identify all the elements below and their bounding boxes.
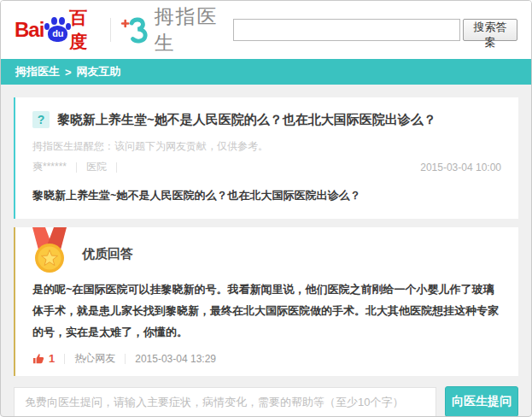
- thumb-up-icon: [32, 353, 44, 364]
- breadcrumb-home[interactable]: 拇指医生: [15, 64, 60, 79]
- answer-header: 优质回答: [32, 227, 501, 272]
- meta-divider: [116, 162, 117, 173]
- search-input[interactable]: [233, 19, 460, 41]
- meta-divider: [125, 354, 126, 364]
- question-icon: ?: [32, 111, 50, 128]
- product-logo[interactable]: 拇指医生: [120, 3, 233, 56]
- answer-meta-row: 1 热心网友 2015-03-04 13:29: [32, 351, 501, 366]
- header: Bai du 百度 拇指医生 搜索答案: [1, 1, 531, 59]
- breadcrumb-separator: >: [65, 66, 72, 79]
- breadcrumb: 拇指医生 > 网友互助: [1, 59, 531, 85]
- question-title-row: ? 黎晓新上养生堂~她不是人民医院的么？也在北大国际医院出诊么？: [32, 111, 501, 128]
- meta-divider: [64, 354, 65, 364]
- question-username: 爽******: [32, 160, 67, 174]
- answer-body: 是的呢~在国际医院可以挂黎晓新的号。我看新闻里说，他们医院之前刚给一个小婴儿作了…: [32, 279, 501, 343]
- question-card: ? 黎晓新上养生堂~她不是人民医院的么？也在北大国际医院出诊么？ 拇指医生提醒您…: [14, 97, 518, 219]
- question-timestamp: 2015-03-04 10:00: [420, 162, 501, 173]
- best-answer-label: 优质回答: [82, 246, 133, 262]
- ask-doctor-button[interactable]: 向医生提问: [445, 386, 518, 417]
- question-meta-row: 爽****** 医院 2015-03-04 10:00: [32, 160, 501, 174]
- content: ? 黎晓新上养生堂~她不是人民医院的么？也在北大国际医院出诊么？ 拇指医生提醒您…: [1, 85, 531, 417]
- baidu-paw-icon: du: [44, 17, 68, 44]
- meta-divider: [76, 162, 77, 173]
- medal-icon: [29, 227, 70, 273]
- header-divider: [110, 18, 111, 42]
- search-box: 搜索答案: [233, 19, 517, 41]
- baidu-logo-bai: Bai: [15, 18, 44, 42]
- answer-card: 优质回答 是的呢~在国际医院可以挂黎晓新的号。我看新闻里说，他们医院之前刚给一个…: [14, 227, 518, 376]
- baidu-logo-cn: 百度: [69, 6, 102, 54]
- baidu-logo-du: du: [48, 26, 67, 42]
- answer-author: 热心网友: [74, 351, 115, 366]
- baidu-logo[interactable]: Bai du 百度: [15, 6, 102, 54]
- question-body: 黎晓新上养生堂~她不是人民医院的么？也在北大国际医院出诊么？: [32, 188, 501, 203]
- question-category[interactable]: 医院: [86, 160, 107, 174]
- search-answers-button[interactable]: 搜索答案: [463, 19, 517, 41]
- page: Bai du 百度 拇指医生 搜索答案 拇指医生 > 网友互助: [0, 0, 532, 417]
- ask-doctor-bar: 向医生提问: [14, 386, 518, 417]
- breadcrumb-current: 网友互助: [77, 64, 121, 79]
- question-title: 黎晓新上养生堂~她不是人民医院的么？也在北大国际医院出诊么？: [57, 112, 436, 128]
- product-name: 拇指医生: [154, 3, 233, 56]
- question-notice: 拇指医生提醒您：该问题下为网友贡献，仅供参考。: [32, 139, 501, 154]
- answer-timestamp: 2015-03-04 13:29: [135, 353, 216, 365]
- ask-question-input[interactable]: [14, 387, 436, 417]
- thumb-doctor-icon: [120, 15, 150, 44]
- like-count: 1: [49, 352, 55, 365]
- like-button[interactable]: 1: [32, 352, 55, 365]
